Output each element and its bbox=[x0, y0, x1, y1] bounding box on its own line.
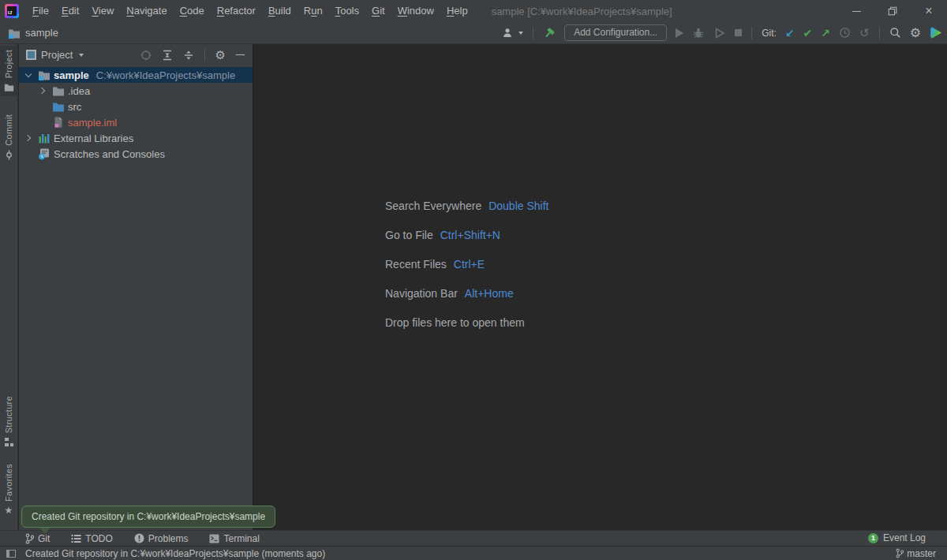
tool-window-toggle-icon[interactable] bbox=[6, 550, 16, 558]
event-count-badge: 1 bbox=[868, 533, 878, 543]
project-tool-window: Project bbox=[19, 44, 253, 530]
git-push-icon[interactable]: ↗ bbox=[821, 28, 830, 39]
menu-help[interactable]: Help bbox=[440, 0, 474, 22]
chevron-right-icon[interactable] bbox=[36, 84, 49, 97]
window-title: sample [C:¥work¥IdeaProjects¥sample] bbox=[492, 6, 672, 17]
project-view-dropdown-icon[interactable] bbox=[79, 54, 84, 57]
project-panel-title[interactable]: Project bbox=[41, 49, 73, 61]
chevron-down-icon[interactable] bbox=[22, 69, 35, 81]
tree-row-idea-folder[interactable]: .idea bbox=[19, 83, 253, 99]
git-update-icon[interactable]: ↙ bbox=[785, 28, 795, 39]
libraries-icon bbox=[38, 132, 51, 144]
tool-window-tab-git[interactable]: Git bbox=[24, 533, 50, 544]
menu-bar: File Edit View Navigate Code Refactor Bu… bbox=[26, 0, 474, 22]
intellij-logo-text: IJ bbox=[7, 6, 17, 16]
shortcut-label: Go to File bbox=[385, 229, 433, 241]
shortcut-label: Navigation Bar bbox=[385, 287, 458, 300]
branch-name: master bbox=[907, 548, 936, 559]
left-tool-window-stripe: Project Commit Structure bbox=[0, 44, 18, 530]
project-panel-header: Project bbox=[19, 44, 253, 65]
menu-window[interactable]: Window bbox=[391, 0, 440, 22]
tool-window-tab-terminal[interactable]: Terminal bbox=[209, 533, 259, 544]
toolbar-separator bbox=[751, 27, 752, 39]
tool-window-tab-label: Git bbox=[38, 533, 50, 544]
shortcut-key: Ctrl+E bbox=[454, 258, 485, 271]
tool-window-tab-todo[interactable]: TODO bbox=[71, 533, 112, 544]
user-dropdown-caret-icon[interactable] bbox=[518, 32, 523, 35]
project-view-icon bbox=[26, 50, 36, 60]
main-toolbar: sample Add Configuration... bbox=[0, 22, 947, 44]
event-log-button[interactable]: 1 Event Log bbox=[868, 530, 926, 546]
toolbar-separator bbox=[533, 27, 533, 39]
source-folder-icon bbox=[52, 100, 65, 113]
tree-row-sample-iml[interactable]: sample.iml bbox=[19, 114, 253, 130]
tool-window-tab-problems[interactable]: Problems bbox=[134, 533, 189, 544]
tree-row-sample-root[interactable]: sample C:¥work¥IdeaProjects¥sample bbox=[19, 67, 253, 83]
menu-file[interactable]: File bbox=[26, 0, 55, 22]
git-notification-balloon[interactable]: Created Git repository in C:¥work¥IdeaPr… bbox=[21, 506, 275, 528]
shortcut-search-everywhere: Search EverywhereDouble Shift bbox=[385, 200, 548, 212]
stripe-tab-structure-label: Structure bbox=[4, 396, 13, 433]
tree-item-name: sample.iml bbox=[68, 117, 117, 129]
menu-git[interactable]: Git bbox=[365, 0, 391, 22]
stripe-tab-commit-label: Commit bbox=[4, 114, 13, 146]
tree-row-external-libraries[interactable]: External Libraries bbox=[19, 130, 253, 146]
menu-tools[interactable]: Tools bbox=[329, 0, 365, 22]
editor-area[interactable]: Search EverywhereDouble Shift Go to File… bbox=[254, 44, 947, 530]
shortcut-label: Search Everywhere bbox=[385, 200, 481, 212]
intellij-window: IJ File Edit View Navigate Code Refactor… bbox=[0, 0, 947, 560]
project-tree: sample C:¥work¥IdeaProjects¥sample .idea… bbox=[19, 67, 253, 162]
breadcrumb-project-name[interactable]: sample bbox=[25, 27, 58, 39]
stop-button[interactable] bbox=[735, 29, 742, 36]
stripe-tab-commit[interactable]: Commit bbox=[0, 110, 17, 164]
menu-build[interactable]: Build bbox=[262, 0, 298, 22]
debug-bug-icon[interactable] bbox=[692, 27, 705, 39]
search-everywhere-icon[interactable] bbox=[889, 27, 901, 39]
menu-code[interactable]: Code bbox=[174, 0, 211, 22]
menu-run[interactable]: Run bbox=[298, 0, 329, 22]
add-configuration-button[interactable]: Add Configuration... bbox=[564, 24, 667, 41]
menu-navigate[interactable]: Navigate bbox=[120, 0, 173, 22]
commit-icon bbox=[4, 150, 14, 160]
tree-item-name: src bbox=[68, 101, 81, 113]
git-commit-check-icon[interactable]: ✔ bbox=[803, 28, 813, 39]
settings-gear-icon[interactable]: ⚙ bbox=[910, 27, 921, 39]
history-clock-icon[interactable] bbox=[839, 27, 851, 39]
tree-row-src-folder[interactable]: src bbox=[19, 99, 253, 114]
scratches-icon bbox=[38, 147, 51, 160]
locate-file-icon[interactable] bbox=[140, 50, 152, 61]
module-file-icon bbox=[52, 116, 65, 129]
hide-panel-icon[interactable] bbox=[236, 54, 245, 56]
stripe-tab-favorites-label: Favorites bbox=[4, 464, 13, 502]
user-profile-icon[interactable] bbox=[502, 27, 515, 39]
code-with-me-icon[interactable] bbox=[930, 27, 941, 39]
rollback-icon[interactable]: ↺ bbox=[859, 27, 870, 39]
structure-icon bbox=[4, 437, 14, 447]
collapse-all-icon[interactable] bbox=[183, 50, 194, 61]
chevron-right-icon[interactable] bbox=[22, 132, 35, 144]
run-with-coverage-icon[interactable] bbox=[713, 27, 726, 39]
close-button[interactable]: × bbox=[911, 0, 947, 22]
menu-edit[interactable]: Edit bbox=[55, 0, 85, 22]
git-branch-widget[interactable]: master bbox=[895, 548, 936, 559]
star-icon: ★ bbox=[5, 506, 13, 515]
status-message[interactable]: Created Git repository in C:¥work¥IdeaPr… bbox=[25, 548, 325, 559]
stripe-tab-project[interactable]: Project bbox=[0, 46, 17, 96]
panel-settings-gear-icon[interactable]: ⚙ bbox=[215, 49, 226, 61]
stripe-tab-favorites[interactable]: Favorites ★ bbox=[0, 460, 17, 519]
minimize-icon bbox=[852, 11, 861, 12]
tree-item-path: C:¥work¥IdeaProjects¥sample bbox=[96, 69, 235, 81]
build-hammer-icon[interactable] bbox=[543, 27, 556, 39]
maximize-button[interactable] bbox=[874, 0, 911, 22]
tree-row-scratches[interactable]: Scratches and Consoles bbox=[19, 146, 253, 162]
run-button[interactable] bbox=[676, 28, 683, 38]
tree-item-name: .idea bbox=[68, 85, 90, 97]
title-bar: IJ File Edit View Navigate Code Refactor… bbox=[0, 0, 947, 22]
menu-refactor[interactable]: Refactor bbox=[211, 0, 262, 22]
expand-all-icon[interactable] bbox=[162, 50, 173, 61]
stripe-tab-structure[interactable]: Structure bbox=[0, 392, 17, 451]
project-stripe-folder-icon bbox=[4, 82, 14, 92]
shortcut-label: Drop files here to open them bbox=[385, 316, 525, 329]
menu-view[interactable]: View bbox=[85, 0, 120, 22]
minimize-button[interactable] bbox=[838, 0, 874, 22]
